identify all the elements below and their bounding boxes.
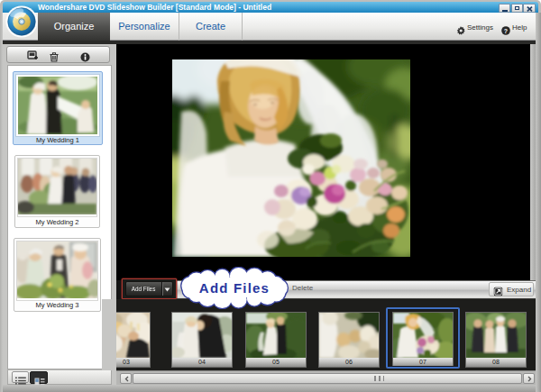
svg-text:Add Files: Add Files: [199, 280, 270, 296]
svg-text:?: ?: [504, 28, 508, 34]
